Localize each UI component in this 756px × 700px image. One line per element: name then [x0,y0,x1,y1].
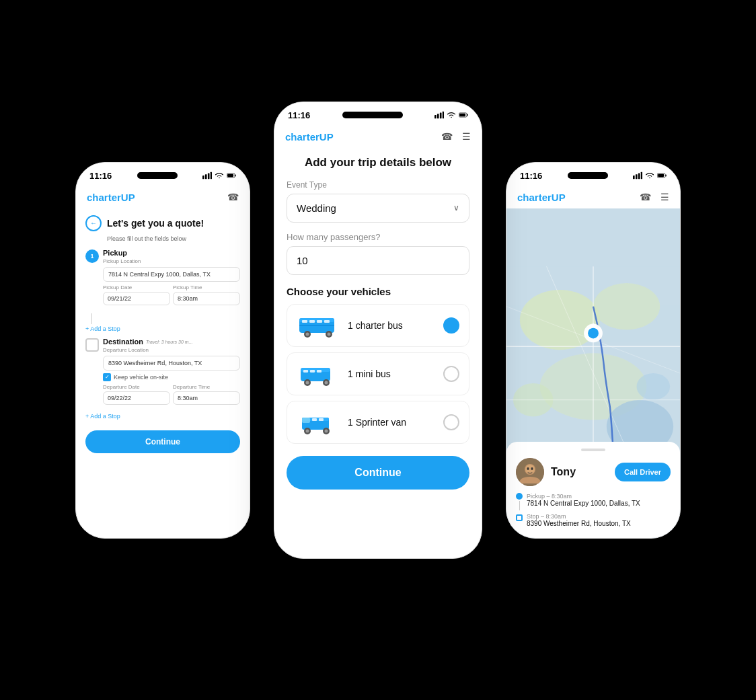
left-status-icons [202,171,236,180]
vehicle-card-1[interactable]: 1 mini bus [287,352,469,395]
right-phone-icon[interactable]: ☎ [640,192,651,202]
center-logo-up: UP [319,131,334,143]
quote-title: Let's get you a quote! [107,218,204,229]
center-status-bar: 11:16 [274,102,482,124]
passengers-label: How many passengers? [287,232,469,242]
left-logo-up: UP [121,192,135,203]
vehicle-toggle-0[interactable] [443,317,459,334]
svg-point-42 [325,429,328,432]
right-menu-icon[interactable]: ☰ [660,192,669,202]
sprinter-van-img [297,410,340,435]
stop-2-date-label: Departure Date [103,384,170,390]
app-scene: 11:16 [75,88,681,613]
driver-avatar [516,458,544,486]
svg-rect-46 [641,172,642,180]
left-logo-charter: charter [87,192,121,203]
center-wifi-icon [447,110,456,120]
center-app-header: charterUP ☎ ☰ [274,124,482,148]
svg-rect-0 [202,176,204,179]
svg-point-51 [520,289,600,349]
sprinter-van-icon [297,410,340,435]
vehicle-card-0[interactable]: 1 charter bus [287,304,469,347]
svg-rect-24 [299,325,334,326]
svg-rect-12 [467,114,467,116]
passengers-value: 10 [297,255,308,266]
center-menu-icon[interactable]: ☰ [462,131,471,142]
svg-rect-44 [636,174,638,179]
mini-bus-img [297,361,340,387]
left-phone-icon[interactable]: ☎ [227,192,239,202]
svg-point-69 [527,467,529,470]
pickup-stop-info: Pickup – 8:30am 7814 N Central Expy 1000… [527,493,640,510]
svg-rect-37 [312,418,317,421]
battery-icon [227,171,236,180]
stop-1-time-select[interactable]: 8:30am [173,292,240,305]
travel-time: Travel: 3 hours 30 m... [146,340,193,344]
stop-1-label: Pickup [103,249,240,257]
stop-2-location-input[interactable] [103,356,240,371]
left-status-bar: 11:16 [76,163,250,185]
svg-point-70 [531,467,533,470]
svg-rect-2 [208,173,210,180]
center-phone: 11:16 [274,102,482,559]
stop-2-time-select[interactable]: 8:30am [173,391,240,405]
stop-1-row: 1 Pickup Pickup Location Pickup Date 09/… [85,249,240,308]
stop-1-date-time-row: Pickup Date 09/21/22 Pickup Time 8:30am [103,284,240,305]
stop-2-date-time-row: Departure Date 09/22/22 Departure Time 8… [103,384,240,405]
stop-1-date-select[interactable]: 09/21/22 [103,292,170,305]
call-driver-button[interactable]: Call Driver [615,463,671,481]
svg-rect-7 [434,115,437,118]
stop-2-row: Destination Travel: 3 hours 30 m... Depa… [85,338,240,407]
signal-icon [202,171,212,180]
vehicle-toggle-1[interactable] [443,366,459,382]
svg-rect-10 [443,112,444,119]
event-type-label: Event Type [287,180,469,190]
keep-vehicle-checkbox[interactable] [103,373,111,381]
center-phone-content: Add your trip details below Event Type W… [274,148,482,558]
back-button[interactable]: ← [85,215,102,231]
svg-point-68 [525,465,535,474]
svg-rect-3 [211,172,212,180]
center-signal-icon [434,110,444,120]
vehicle-name-1: 1 mini bus [348,368,435,379]
svg-point-33 [325,381,328,384]
stop-2-date-select[interactable]: 09/22/22 [103,391,170,405]
center-header-icons: ☎ ☰ [441,131,471,142]
trip-info: Pickup – 8:30am 7814 N Central Expy 1000… [516,493,671,527]
drag-handle [581,449,605,451]
svg-rect-18 [317,320,322,323]
stop-time: Stop – 8:30am [527,513,631,520]
passengers-input[interactable]: 10 [287,246,469,275]
left-status-time: 11:16 [89,171,112,181]
stop-2-time-label: Departure Time [173,384,240,390]
right-status-time: 11:16 [520,171,542,181]
center-phone-icon[interactable]: ☎ [441,131,453,142]
center-charter-logo: charterUP [285,131,334,143]
svg-point-52 [593,283,660,329]
center-status-time: 11:16 [288,110,310,120]
event-type-select[interactable]: Wedding ∨ [287,194,469,223]
svg-rect-17 [309,320,315,323]
stop-2-details: Destination Travel: 3 hours 30 m... Depa… [103,338,240,407]
vehicle-card-2[interactable]: 1 Sprinter van [287,401,469,444]
stop-1-location-input[interactable] [103,267,240,282]
right-app-header: charterUP ☎ ☰ [506,185,680,208]
add-stop-1-link[interactable]: + Add a Stop [85,325,240,332]
svg-rect-36 [302,418,310,423]
center-continue-button[interactable]: Continue [287,456,469,490]
right-phone: 11:16 [506,162,681,539]
svg-rect-19 [324,320,330,323]
vehicle-name-0: 1 charter bus [348,320,435,331]
right-battery-icon [657,171,667,180]
add-stop-2-link[interactable]: + Add a Stop [85,413,240,420]
svg-point-56 [637,373,671,400]
svg-point-23 [328,332,331,336]
center-form: Add your trip details below Event Type W… [274,148,482,558]
stop-info: Stop – 8:30am 8390 Westheimer Rd, Housto… [527,513,631,527]
left-continue-button[interactable]: Continue [85,430,240,453]
svg-rect-45 [638,173,640,180]
svg-point-31 [306,381,309,384]
right-logo-up: UP [552,192,566,203]
driver-panel: Tony Call Driver Pickup – 8:30am 7814 N … [506,442,680,538]
vehicle-toggle-2[interactable] [443,414,459,430]
